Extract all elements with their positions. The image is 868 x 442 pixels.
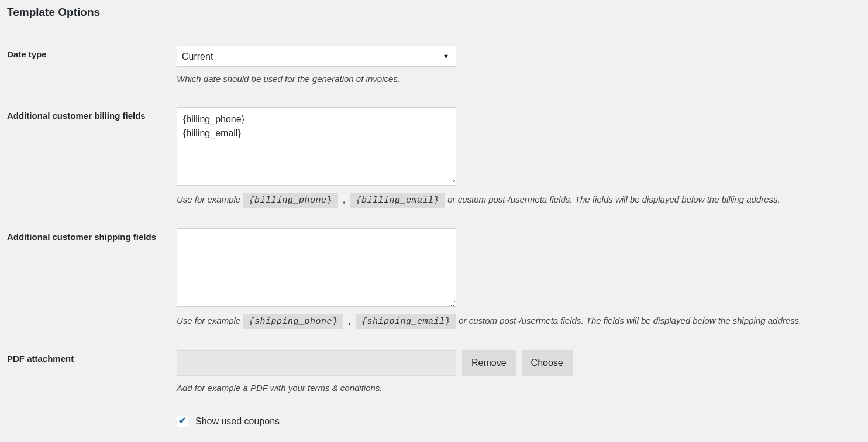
date-type-description: Which date should be used for the genera…	[177, 73, 861, 86]
shipping-fields-description: Use for example {shipping_phone} , {ship…	[177, 314, 861, 329]
billing-token-phone: {billing_phone}	[243, 193, 338, 208]
shipping-fields-label: Additional customer shipping fields	[7, 218, 177, 340]
show-coupons-row[interactable]: Show used coupons	[177, 416, 861, 427]
shipping-token-email: {shipping_email}	[356, 314, 456, 329]
billing-desc-suffix: or custom post-/usermeta fields. The fie…	[447, 194, 780, 204]
settings-table: Date type Current Which date should be u…	[7, 35, 861, 438]
billing-token-email: {billing_email}	[350, 193, 445, 208]
show-coupons-checkbox[interactable]	[177, 416, 188, 427]
date-type-label: Date type	[7, 35, 177, 97]
date-type-select[interactable]: Current	[177, 46, 456, 67]
billing-desc-prefix: Use for example	[177, 194, 243, 204]
billing-fields-label: Additional customer billing fields	[7, 97, 177, 218]
pdf-attachment-description: Add for example a PDF with your terms & …	[177, 382, 861, 395]
shipping-desc-suffix: or custom post-/usermeta fields. The fie…	[459, 316, 801, 325]
section-title: Template Options	[7, 6, 861, 19]
shipping-token-phone: {shipping_phone}	[243, 314, 343, 329]
choose-button[interactable]: Choose	[522, 350, 573, 376]
pdf-attachment-label: PDF attachment	[7, 340, 177, 406]
show-coupons-label: Show used coupons	[195, 416, 280, 427]
separator: ,	[346, 316, 353, 325]
billing-fields-description: Use for example {billing_phone} , {billi…	[177, 193, 861, 208]
remove-button[interactable]: Remove	[462, 350, 516, 376]
pdf-attachment-input[interactable]	[177, 350, 456, 376]
separator: ,	[340, 194, 347, 204]
billing-fields-textarea[interactable]	[177, 107, 456, 186]
shipping-desc-prefix: Use for example	[177, 316, 243, 325]
shipping-fields-textarea[interactable]	[177, 228, 456, 307]
empty-label	[7, 405, 177, 438]
